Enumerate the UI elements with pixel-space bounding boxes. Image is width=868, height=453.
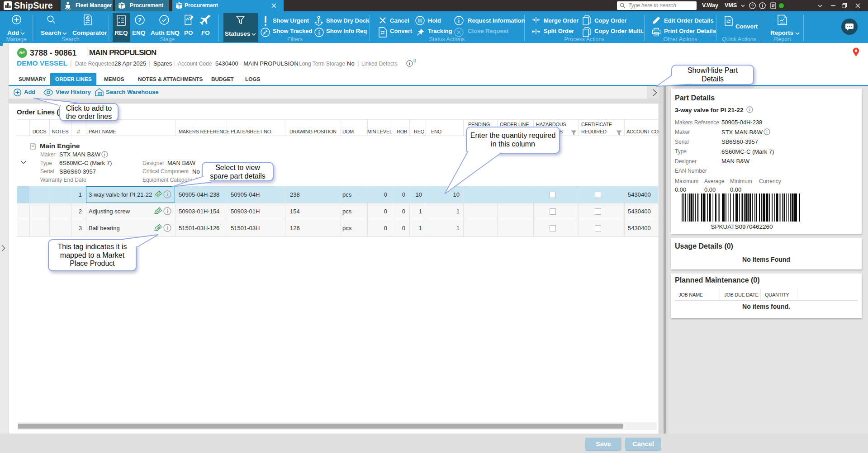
- svg-text:?: ?: [751, 3, 754, 8]
- svg-text:?: ?: [138, 17, 142, 24]
